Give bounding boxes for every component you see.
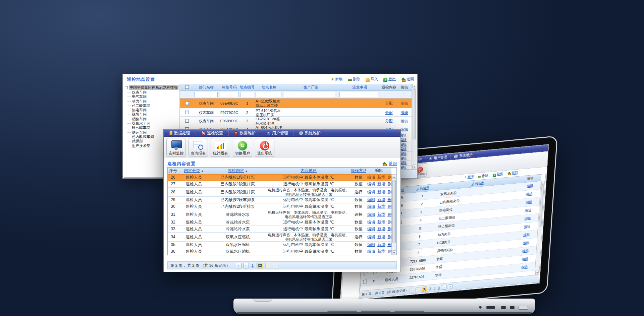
table-row[interactable]: 34巡检人员双氧水压缩机电机运行声音、本体温度、轴承温度、电机振动、电机风扇运转… xyxy=(168,233,391,242)
edit-link[interactable]: 编辑 xyxy=(526,192,533,196)
edit-link[interactable]: 编辑 xyxy=(367,190,375,195)
scroll-down-arrow[interactable]: ▼ xyxy=(535,270,539,275)
add-link[interactable]: 新增 xyxy=(377,198,385,202)
edit-link[interactable]: 编辑 xyxy=(401,119,408,123)
edit-link[interactable]: 编辑 xyxy=(367,182,375,187)
table-row[interactable]: 33巡检人员冷冻站冷水泵运行电机中 最高轴承温度 ℃数值编辑新增删除 xyxy=(168,226,391,233)
edit-link[interactable]: 编辑 xyxy=(401,127,408,131)
switch-user-button[interactable]: ↻切换用户 xyxy=(233,138,252,157)
add-link[interactable]: 新增 xyxy=(377,243,385,247)
delete-link[interactable]: 删除 xyxy=(348,77,360,82)
add-link[interactable]: 新增 xyxy=(377,212,385,217)
assign-link[interactable]: 分配 xyxy=(385,111,393,115)
assign-link[interactable]: 分配 xyxy=(385,101,393,105)
table-row-selected[interactable]: 仪表车间69E49B9C1 AT-1102双氧水新品工段二楼 分配 编辑 xyxy=(180,99,412,108)
edit-link[interactable]: 编辑 xyxy=(367,243,375,247)
scroll-up-arrow[interactable]: ▲ xyxy=(392,174,396,179)
filter-name-input[interactable] xyxy=(256,92,281,97)
menu-data-maintenance[interactable]: 数据维护 xyxy=(229,130,261,136)
tree-item[interactable]: 电气车间 xyxy=(127,94,178,99)
page-link[interactable]: 2 xyxy=(429,287,431,290)
edit-link[interactable]: 编辑 xyxy=(367,235,375,240)
edit-link[interactable]: 编辑 xyxy=(367,198,375,202)
filter-tag-input[interactable] xyxy=(220,92,238,97)
edit-link[interactable]: 编辑 xyxy=(525,208,532,212)
add-link[interactable]: +新增 xyxy=(331,77,342,82)
scroll-down-arrow[interactable]: ▼ xyxy=(412,165,416,169)
add-link[interactable]: 新增 xyxy=(377,235,385,240)
edit-link[interactable]: 编辑 xyxy=(401,111,408,115)
table-scrollbar[interactable]: ▲ ▼ xyxy=(412,84,417,169)
table-row[interactable]: 32巡检人员冷冻站冷水泵运行电机中 最高本体温度 ℃数值编辑新增删除 xyxy=(168,219,391,226)
edit-link[interactable]: 编辑 xyxy=(522,257,528,261)
edit-link[interactable]: 编辑 xyxy=(401,101,408,105)
tree-root-node[interactable]: 中国平煤集团神马尼龙科技有限公司 xyxy=(125,85,178,90)
last-page-button[interactable]: » xyxy=(448,284,453,289)
edit-link[interactable]: 编辑 xyxy=(367,212,375,217)
select-all-checkbox[interactable] xyxy=(185,85,189,89)
row-checkbox[interactable] xyxy=(185,101,189,105)
add-link[interactable]: 新增 xyxy=(377,220,385,225)
tree-item[interactable]: 动力车间 xyxy=(127,99,178,104)
scroll-up-arrow[interactable]: ▲ xyxy=(541,181,545,186)
menu-user-management[interactable]: 用户管理 xyxy=(261,130,294,136)
table-row[interactable]: 仪表车间E9509D9C3 LT-26101 2#循环水吸水池 分配 编辑 xyxy=(180,117,412,125)
add-link[interactable]: 新增 xyxy=(377,249,385,254)
col-header[interactable]: 部门名称 xyxy=(194,85,219,90)
edit-link[interactable]: 编辑 xyxy=(367,227,375,232)
last-page-button[interactable]: » xyxy=(273,263,278,268)
col-header-sortable[interactable]: 巡检内容▲ xyxy=(209,168,266,174)
tree-item[interactable]: 硝酸车间 xyxy=(127,117,178,121)
edit-link[interactable]: 编辑 xyxy=(367,249,375,254)
export-link[interactable]: X导出 xyxy=(383,76,396,82)
tree-item[interactable]: 脱氢车间 xyxy=(127,112,178,117)
add-link[interactable]: 新增 xyxy=(377,190,385,195)
edit-link[interactable]: 编辑 xyxy=(523,232,530,237)
edit-link[interactable]: 编辑 xyxy=(367,204,375,209)
menu-inspection-settings[interactable]: 巡检设置 xyxy=(196,130,229,136)
edit-link[interactable]: 编辑 xyxy=(523,241,530,245)
add-link[interactable]: 新增 xyxy=(377,175,385,180)
back-link[interactable]: 返回 xyxy=(382,161,397,167)
first-page-button[interactable]: « xyxy=(409,288,414,293)
edit-link[interactable]: 编辑 xyxy=(522,249,529,253)
col-header[interactable]: 生产厂室 xyxy=(283,85,339,90)
filter-plant-input[interactable] xyxy=(284,92,335,97)
col-header-sortable[interactable]: 内容分类▲ xyxy=(178,168,209,174)
edit-link[interactable]: 编辑 xyxy=(524,224,531,229)
col-header[interactable]: 标签号码 xyxy=(219,85,239,90)
tree-collapse-icon[interactable] xyxy=(125,86,128,89)
filter-notes-input[interactable] xyxy=(339,92,378,97)
edit-link[interactable]: 编辑 xyxy=(526,200,532,204)
table-row[interactable]: 35巡检人员双氧水压缩机运行电机中 最高本体温度 ℃数值编辑新增删除 xyxy=(168,242,391,248)
edit-link[interactable]: 编辑 xyxy=(524,216,531,220)
tree-item[interactable]: 己二酸车间 xyxy=(127,104,178,108)
edit-link[interactable]: 编辑 xyxy=(367,175,375,180)
query-report-button[interactable]: 查询报表 xyxy=(189,138,208,157)
add-link[interactable]: 新增 xyxy=(377,227,385,232)
statistics-chart-button[interactable]: 统计图表 xyxy=(211,138,230,157)
page-link[interactable]: 3 xyxy=(434,286,436,290)
scroll-thumb[interactable] xyxy=(392,180,396,243)
menu-system-maintenance[interactable]: 系统维护 xyxy=(294,130,326,136)
table-row[interactable]: 36巡检人员双氧水压缩机运行电机中 最高轴承温度 ℃数值编辑新增删除 xyxy=(168,248,391,255)
scroll-thumb[interactable] xyxy=(413,89,416,139)
laptop-back-link[interactable]: 返回 xyxy=(507,170,518,176)
col-header-sortable[interactable]: 内容描述 xyxy=(266,168,351,174)
table-row[interactable]: 29巡检人员己内酰胺2段重排泵运行电机中 最高本体温度 ℃数值编辑新增删除 xyxy=(168,197,391,203)
table-row[interactable]: 31巡检人员冷冻站冷水泵电机运行声音、本体温度、轴承温度、电机振动、电机风扇运转… xyxy=(168,210,391,219)
edit-link[interactable]: 编辑 xyxy=(367,220,375,225)
page-link[interactable]: 1 xyxy=(252,263,254,267)
table-row[interactable]: 28巡检人员己内酰胺2段重排泵电机运行声音、本体温度、轴承温度、电机振动、电机风… xyxy=(168,188,391,197)
tree-item[interactable]: 仪表车间 xyxy=(127,90,178,94)
filter-number-input[interactable] xyxy=(240,92,254,97)
laptop-delete-link[interactable]: 删除 xyxy=(478,173,489,178)
next-page-button[interactable]: › xyxy=(265,263,271,268)
menu-data-processing[interactable]: 数据处理 xyxy=(164,130,196,136)
next-page-button[interactable]: › xyxy=(442,285,447,290)
add-link[interactable]: 新增 xyxy=(377,182,385,187)
row-checkbox[interactable] xyxy=(363,279,367,283)
realtime-monitor-button[interactable]: 实时监控 xyxy=(166,138,186,157)
scroll-up-arrow[interactable]: ▲ xyxy=(412,84,416,88)
back-link[interactable]: 返回 xyxy=(401,77,414,82)
